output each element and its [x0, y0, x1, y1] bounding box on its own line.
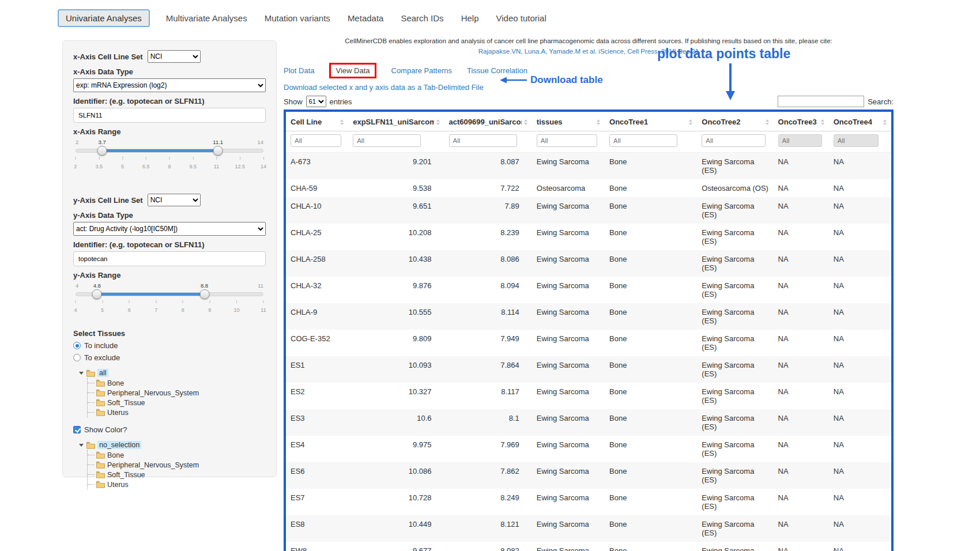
- sort-icon[interactable]: [689, 119, 692, 125]
- nav-tab-metadata[interactable]: Metadata: [346, 10, 385, 27]
- column-header-expslfn11-unisarcoma[interactable]: expSLFN11_uniSarcoma: [348, 112, 444, 131]
- table-cell: Ewing Sarcoma (ES): [697, 356, 773, 383]
- tree-item-bone[interactable]: Bone: [88, 378, 266, 388]
- nav-tab-video-tutorial[interactable]: Video tutorial: [495, 10, 547, 27]
- sort-icon[interactable]: [883, 119, 887, 125]
- column-filter-act609699-unisarcoma[interactable]: [449, 134, 517, 147]
- y-cell-line-set-select[interactable]: NCI: [148, 194, 201, 206]
- sort-icon[interactable]: [766, 119, 769, 125]
- tree-item-uterus[interactable]: Uterus: [88, 407, 266, 417]
- subtab-plot-data[interactable]: Plot Data: [284, 66, 314, 75]
- column-filter-tissues[interactable]: [537, 134, 597, 147]
- y-data-type-select[interactable]: act: Drug Activity (-log10[IC50M]): [73, 222, 266, 236]
- column-header-cell-line[interactable]: Cell Line: [286, 112, 348, 131]
- column-header-oncotree3[interactable]: OncoTree3: [774, 112, 829, 131]
- table-row: EW89.6778.082Ewing SarcomaBoneEwing Sarc…: [286, 542, 891, 551]
- nav-tab-univariate-analyses[interactable]: Univariate Analyses: [58, 9, 150, 27]
- sort-icon[interactable]: [597, 119, 600, 125]
- column-filter-oncotree2[interactable]: [702, 134, 765, 147]
- x-data-type-select[interactable]: exp: mRNA Expression (log2): [73, 78, 266, 92]
- nav-tab-mutation-variants[interactable]: Mutation variants: [263, 10, 331, 27]
- subtab-tissue-correlation[interactable]: Tissue Correlation: [467, 66, 527, 75]
- y-identifier-input[interactable]: [73, 251, 266, 266]
- table-cell: ES6: [286, 462, 348, 489]
- table-cell: NA: [774, 489, 829, 515]
- table-cell: 10.208: [348, 224, 444, 250]
- sort-icon[interactable]: [524, 119, 527, 125]
- table-cell: NA: [774, 179, 829, 197]
- tree-item-peripheral-nervous-system[interactable]: Peripheral_Nervous_System: [88, 388, 266, 398]
- table-cell: 8.086: [444, 250, 532, 277]
- show-color-checkbox[interactable]: Show Color?: [73, 425, 266, 434]
- subtab-view-data[interactable]: View Data: [329, 63, 376, 78]
- slider-track[interactable]: [76, 292, 263, 296]
- column-filter-oncotree3[interactable]: [778, 134, 822, 147]
- column-filter-expslfn11-unisarcoma[interactable]: [353, 134, 421, 147]
- entries-select[interactable]: 61: [306, 96, 326, 107]
- slider-min-label: 4: [76, 283, 78, 289]
- tree-item-soft-tissue[interactable]: Soft_Tissue: [88, 398, 266, 407]
- show-color-label: Show Color?: [84, 425, 127, 434]
- sort-icon[interactable]: [821, 119, 824, 125]
- x-cell-line-set-select[interactable]: NCI: [148, 50, 201, 63]
- table-cell: NA: [829, 303, 891, 330]
- tissue-include-radio[interactable]: To include: [73, 341, 266, 350]
- collapse-icon[interactable]: [79, 372, 84, 375]
- y-axis-range-slider[interactable]: 4 11 4.8 8.8 4567891011: [76, 283, 263, 320]
- table-cell: Bone: [605, 330, 697, 356]
- tree-item-uterus[interactable]: Uterus: [88, 480, 266, 489]
- filter-cell: [697, 131, 773, 153]
- citation-reference-link[interactable]: Rajapakse.VN, Luna.A, Yamade.M et al. iS…: [284, 47, 894, 56]
- slider-handle-low[interactable]: [92, 289, 102, 299]
- table-row: ES49.9757.969Ewing SarcomaBoneEwing Sarc…: [286, 436, 891, 462]
- slider-handle-high[interactable]: [213, 146, 223, 156]
- tree-root-no-selection[interactable]: no_selection: [79, 440, 266, 450]
- table-cell: 8.121: [444, 515, 532, 542]
- nav-tab-search-ids[interactable]: Search IDs: [399, 10, 444, 27]
- table-cell: Ewing Sarcoma: [532, 277, 605, 303]
- download-link[interactable]: Download selected x and y axis data as a…: [284, 83, 484, 92]
- tree-root-label: all: [97, 369, 108, 377]
- tree-item-peripheral-nervous-system[interactable]: Peripheral_Nervous_System: [88, 460, 266, 470]
- x-identifier-input[interactable]: [73, 108, 266, 123]
- column-header-act609699-unisarcoma[interactable]: act609699_uniSarcoma: [444, 112, 532, 131]
- column-label: act609699_uniSarcoma: [449, 118, 522, 126]
- column-header-tissues[interactable]: tissues: [532, 112, 605, 131]
- subtab-compare-patterns[interactable]: Compare Patterns: [391, 66, 453, 75]
- nav-tab-help[interactable]: Help: [460, 10, 480, 27]
- nav-tab-multivariate-analyses[interactable]: Multivariate Analyses: [165, 10, 248, 27]
- table-cell: Bone: [605, 153, 697, 180]
- tree-root-all[interactable]: all: [79, 368, 266, 378]
- table-cell: Ewing Sarcoma: [532, 409, 605, 436]
- table-cell: 7.722: [444, 179, 532, 197]
- table-cell: 8.082: [444, 542, 532, 551]
- slider-tick: 3.5: [95, 157, 103, 171]
- tree-item-bone[interactable]: Bone: [88, 450, 266, 460]
- tissue-exclude-radio[interactable]: To exclude: [73, 353, 266, 362]
- filter-cell: [286, 131, 348, 153]
- tissue-include-tree: allBonePeripheral_Nervous_SystemSoft_Tis…: [73, 368, 266, 417]
- column-label: Cell Line: [291, 118, 322, 126]
- slider-handle-high[interactable]: [199, 289, 209, 299]
- slider-handle-low[interactable]: [97, 146, 107, 156]
- table-cell: Ewing Sarcoma (ES): [697, 153, 773, 180]
- sidebar-controls: x-Axis Cell Line Set NCI x-Axis Data Typ…: [62, 40, 277, 477]
- column-filter-oncotree1[interactable]: [609, 134, 677, 147]
- y-data-type-label: y-Axis Data Type: [73, 211, 266, 220]
- column-header-oncotree4[interactable]: OncoTree4: [829, 112, 891, 131]
- table-row: CHLA-25810.4388.086Ewing SarcomaBoneEwin…: [286, 250, 891, 277]
- x-axis-range-slider[interactable]: 2 14 3.7 11.1 23.556.589.51112.514: [76, 139, 263, 176]
- column-header-oncotree1[interactable]: OncoTree1: [605, 112, 697, 131]
- tree-item-soft-tissue[interactable]: Soft_Tissue: [88, 470, 266, 480]
- sort-icon[interactable]: [436, 119, 440, 125]
- collapse-icon[interactable]: [79, 444, 84, 447]
- table-row: CHLA-329.8768.094Ewing SarcomaBoneEwing …: [286, 277, 891, 303]
- slider-from-label: 4.8: [93, 283, 101, 289]
- column-filter-cell-line[interactable]: [291, 134, 341, 147]
- table-cell: NA: [774, 303, 829, 330]
- column-header-oncotree2[interactable]: OncoTree2: [697, 112, 773, 131]
- column-filter-oncotree4[interactable]: [834, 134, 879, 147]
- table-cell: NA: [774, 197, 829, 224]
- search-input[interactable]: [778, 96, 864, 107]
- sort-icon[interactable]: [340, 119, 344, 125]
